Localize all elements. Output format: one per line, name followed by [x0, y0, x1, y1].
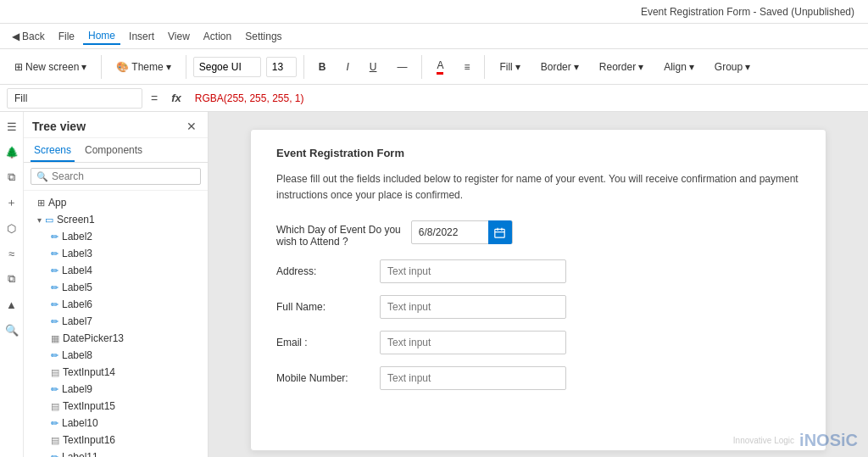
underline-button[interactable]: U	[362, 58, 385, 76]
tree-content: ⊞ App ▾ ▭ Screen1 ••• ✏ Label2 ✏ Label3	[24, 191, 208, 457]
bold-button[interactable]: B	[311, 58, 334, 76]
label4-label: Label4	[62, 265, 201, 276]
border-button[interactable]: Border ▾	[533, 58, 587, 76]
label9-label: Label9	[62, 383, 201, 395]
ribbon-separator-4	[421, 55, 422, 79]
screen1-label: Screen1	[57, 214, 201, 226]
label3-label: Label3	[62, 248, 201, 259]
back-arrow-icon: ◀	[12, 31, 19, 42]
tab-screens[interactable]: Screens	[31, 142, 75, 162]
font-size-input[interactable]	[266, 57, 297, 77]
screen-icon: ▭	[45, 215, 53, 226]
layers-icon[interactable]: ⧉	[3, 168, 21, 187]
tree-item-screen1[interactable]: ▾ ▭ Screen1 •••	[24, 211, 208, 228]
tree-item-label3[interactable]: ✏ Label3	[24, 245, 208, 262]
database-icon[interactable]: ⬡	[3, 219, 21, 237]
tree-close-button[interactable]: ✕	[184, 119, 199, 134]
home-menu[interactable]: Home	[83, 28, 120, 45]
ribbon: ⊞ New screen ▾ 🎨 Theme ▾ B I U — A ≡ Fil…	[0, 49, 868, 85]
calendar-icon	[494, 227, 505, 238]
tab-components[interactable]: Components	[81, 142, 146, 162]
font-color-button[interactable]: A	[429, 56, 451, 78]
fx-button[interactable]: fx	[166, 92, 186, 104]
tree-panel: Tree view ✕ Screens Components 🔍 ⊞ App ▾	[24, 112, 209, 457]
back-button[interactable]: ◀ Back	[7, 29, 50, 44]
label-icon-3: ✏	[51, 248, 58, 259]
textinput-icon-14: ▤	[51, 367, 59, 378]
ribbon-separator	[101, 55, 102, 79]
tree-item-label4[interactable]: ✏ Label4	[24, 262, 208, 279]
strikethrough-button[interactable]: —	[389, 58, 415, 76]
align-btn[interactable]: Align ▾	[656, 58, 702, 76]
tree-item-label6[interactable]: ✏ Label6	[24, 296, 208, 313]
tree-item-textinput16[interactable]: ▤ TextInput16	[24, 432, 208, 449]
new-screen-button[interactable]: ⊞ New screen ▾	[7, 58, 94, 76]
fullname-input[interactable]	[380, 295, 566, 319]
watermark-text: Innovative Logic	[733, 435, 794, 446]
date-input[interactable]	[412, 223, 488, 242]
label6-label: Label6	[62, 298, 201, 310]
email-input[interactable]	[380, 331, 566, 354]
ribbon-separator-5	[484, 55, 485, 79]
tree-item-label10[interactable]: ✏ Label10	[24, 415, 208, 432]
tree-item-label5[interactable]: ✏ Label5	[24, 279, 208, 296]
hamburger-icon[interactable]: ☰	[3, 117, 21, 136]
theme-button[interactable]: 🎨 Theme ▾	[108, 58, 178, 76]
align-button[interactable]: ≡	[456, 58, 477, 76]
label-icon-8: ✏	[51, 350, 58, 361]
action-menu[interactable]: Action	[198, 29, 236, 44]
menu-bar: ◀ Back File Home Insert View Action Sett…	[0, 24, 868, 49]
fill-button[interactable]: Fill ▾	[492, 58, 527, 76]
tree-header: Tree view ✕	[24, 112, 208, 138]
date-input-wrapper	[411, 220, 513, 244]
ribbon-separator-3	[303, 55, 304, 79]
tree-item-label8[interactable]: ✏ Label8	[24, 347, 208, 364]
textinput-icon-15: ▤	[51, 401, 59, 412]
group-button[interactable]: Group ▾	[707, 58, 758, 76]
formula-input[interactable]	[192, 91, 861, 106]
tree-item-label2[interactable]: ✏ Label2	[24, 228, 208, 245]
label10-label: Label10	[62, 417, 201, 429]
tree-item-textinput14[interactable]: ▤ TextInput14	[24, 364, 208, 381]
tree-tabs: Screens Components	[24, 138, 208, 163]
chevron-down-icon-4: ▾	[574, 61, 579, 73]
tree-icon[interactable]: 🌲	[3, 142, 21, 161]
form-row-mobile: Mobile Number:	[276, 366, 800, 390]
calendar-icon-button[interactable]	[488, 220, 512, 244]
publish-icon[interactable]: ▲	[3, 295, 21, 314]
italic-button[interactable]: I	[338, 58, 356, 76]
label-icon-4: ✏	[51, 265, 58, 276]
tree-title: Tree view	[32, 120, 86, 133]
form-description: Please fill out the fields included belo…	[276, 171, 800, 203]
textinput16-label: TextInput16	[63, 434, 201, 446]
datepicker13-label: DatePicker13	[63, 332, 201, 344]
chevron-down-icon: ▾	[81, 61, 86, 73]
mobile-input[interactable]	[380, 366, 566, 390]
tree-search-input[interactable]	[52, 170, 195, 182]
chevron-down-icon-3: ▾	[515, 61, 520, 73]
tree-item-label11[interactable]: ✏ Label11	[24, 449, 208, 457]
name-box-input[interactable]	[7, 88, 142, 109]
plus-icon[interactable]: ＋	[3, 193, 21, 212]
insert-menu[interactable]: Insert	[124, 29, 159, 44]
tree-item-datepicker13[interactable]: ▦ DatePicker13	[24, 330, 208, 347]
tree-item-textinput15[interactable]: ▤ TextInput15	[24, 398, 208, 415]
tree-item-app[interactable]: ⊞ App	[24, 194, 208, 211]
reorder-button[interactable]: Reorder ▾	[592, 58, 651, 76]
label5-label: Label5	[62, 281, 201, 293]
variable-icon[interactable]: ≈	[3, 244, 21, 263]
font-family-input[interactable]	[193, 57, 261, 77]
view-menu[interactable]: View	[163, 29, 195, 44]
tree-item-label7[interactable]: ✏ Label7	[24, 313, 208, 330]
tree-item-label9[interactable]: ✏ Label9	[24, 381, 208, 398]
email-label: Email :	[276, 337, 370, 348]
settings-menu[interactable]: Settings	[240, 29, 287, 44]
form-row-date: Which Day of Event Do youwish to Attend …	[276, 220, 800, 248]
controls-icon[interactable]: ⧉	[3, 270, 21, 288]
file-menu[interactable]: File	[53, 29, 80, 44]
form-row-fullname: Full Name:	[276, 295, 800, 319]
address-input[interactable]	[380, 259, 566, 283]
sidebar-icons: ☰ 🌲 ⧉ ＋ ⬡ ≈ ⧉ ▲ 🔍	[0, 112, 24, 457]
textinput14-label: TextInput14	[63, 366, 201, 378]
search-icon[interactable]: 🔍	[3, 320, 21, 339]
